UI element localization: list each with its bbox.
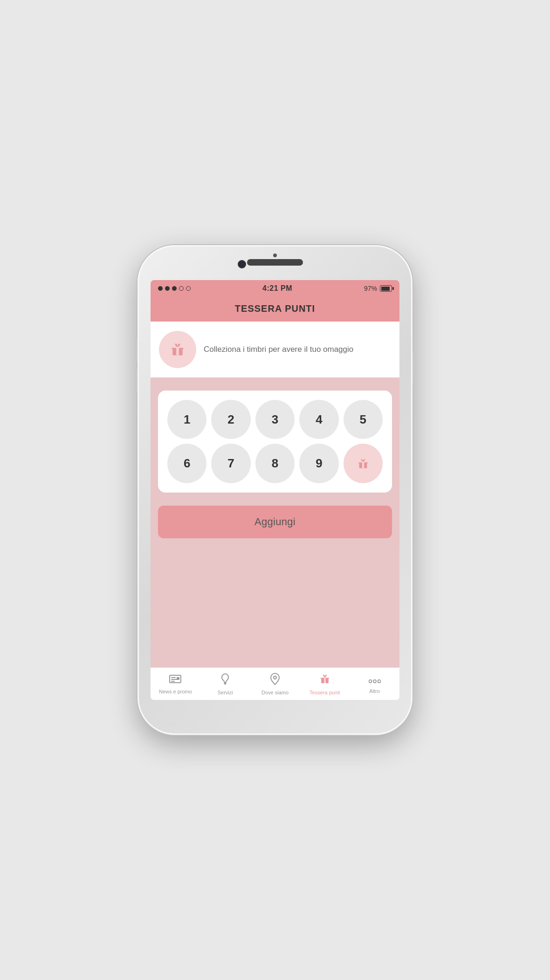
gift-icon-large [169,341,186,358]
nav-item-servizi[interactable]: Servizi [200,668,250,700]
svg-rect-6 [362,462,364,468]
phone-wrapper: 4:21 PM 97% TESSERA PUNTI [138,245,412,735]
svg-rect-2 [176,348,179,355]
svg-rect-3 [176,347,179,349]
svg-point-19 [369,679,371,682]
altro-icon [369,674,381,686]
svg-point-15 [274,676,276,679]
battery-fill [381,287,390,291]
nav-item-news[interactable]: News e promo [151,668,200,700]
svg-rect-7 [362,461,364,463]
num-btn-5[interactable]: 5 [344,400,383,439]
num-btn-7[interactable]: 7 [211,444,250,483]
nav-item-altro[interactable]: Altro [350,668,399,700]
info-description: Colleziona i timbri per avere il tuo oma… [204,344,353,355]
add-button-container: Aggiungi [151,506,399,538]
svg-rect-13 [224,683,227,684]
nav-label-news: News e promo [159,689,192,694]
screen: 4:21 PM 97% TESSERA PUNTI [151,280,399,700]
app-title: TESSERA PUNTI [151,303,399,314]
svg-rect-12 [177,677,179,680]
num-btn-8[interactable]: 8 [255,444,295,483]
info-card: Colleziona i timbri per avere il tuo oma… [151,322,399,377]
nav-label-servizi: Servizi [218,690,233,695]
num-btn-gift[interactable] [344,444,383,483]
status-time: 4:21 PM [262,284,292,293]
battery-icon [380,285,392,292]
bottom-nav: News e promo Servizi [151,667,399,700]
svg-rect-9 [171,677,176,678]
num-btn-9[interactable]: 9 [299,444,338,483]
tessera-icon [319,673,331,688]
power-button [412,352,415,385]
add-button[interactable]: Aggiungi [158,506,392,538]
servizi-icon [220,673,231,688]
numpad-container: 1 2 3 4 5 6 7 8 9 [158,391,392,493]
num-btn-6[interactable]: 6 [167,444,206,483]
numpad-grid: 1 2 3 4 5 6 7 8 9 [167,400,383,483]
svg-point-21 [378,679,380,682]
status-right: 97% [364,285,392,292]
nav-label-dove: Dove siamo [261,690,289,695]
news-icon [169,674,181,687]
signal-dot-2 [165,286,170,291]
battery-percentage: 97% [364,285,377,292]
num-btn-1[interactable]: 1 [167,400,206,439]
gift-circle-large [159,331,196,368]
dove-icon [270,673,280,688]
status-bar: 4:21 PM 97% [151,280,399,297]
svg-rect-11 [171,681,175,682]
volume-down-button [135,369,138,392]
nav-label-altro: Altro [369,688,380,694]
svg-rect-10 [171,679,178,680]
gift-icon-small [357,457,370,470]
nav-item-tessera[interactable]: Tessera punti [300,668,350,700]
nav-item-dove[interactable]: Dove siamo [250,668,300,700]
app-header: TESSERA PUNTI [151,297,399,322]
signal-dot-4 [179,286,184,291]
svg-rect-18 [324,678,326,683]
camera-dot [238,260,246,268]
num-btn-4[interactable]: 4 [299,400,338,439]
phone-frame: 4:21 PM 97% TESSERA PUNTI [138,245,412,735]
signal-dots [158,286,191,291]
num-btn-2[interactable]: 2 [211,400,250,439]
nav-label-tessera: Tessera punti [309,690,340,695]
signal-dot-3 [172,286,177,291]
svg-point-20 [373,679,376,682]
num-btn-3[interactable]: 3 [255,400,295,439]
svg-rect-14 [224,684,226,685]
signal-dot-5 [186,286,191,291]
signal-dot-1 [158,286,163,291]
speaker-bar [247,259,303,266]
volume-up-button [135,338,138,362]
content-area: Colleziona i timbri per avere il tuo oma… [151,322,399,667]
